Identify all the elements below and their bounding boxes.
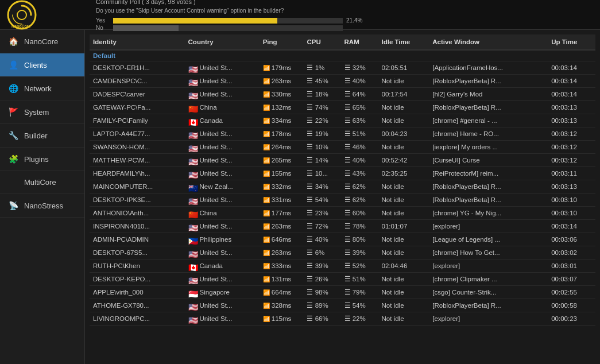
sidebar-item-clients[interactable]: 👤Clients bbox=[0, 53, 84, 77]
cell-ping: 📶 115ms bbox=[260, 312, 304, 326]
table-row[interactable]: DADESPC\carver 🇺🇸United St... 📶 330ms ☰ … bbox=[90, 88, 595, 101]
flag-icon: 🇵🇭 bbox=[188, 237, 198, 243]
cell-ram: ☰ 62% bbox=[341, 180, 378, 193]
flag-icon: 🇨🇳 bbox=[188, 104, 198, 111]
cell-identity: ANTHONIO\Anth... bbox=[90, 207, 185, 220]
flag-icon: 🇺🇸 bbox=[188, 197, 198, 203]
table-row[interactable]: RUTH-PC\Khen 🇨🇦Canada 📶 333ms ☰ 39% ☰ 52… bbox=[90, 260, 595, 273]
cell-cpu: ☰ 66% bbox=[303, 312, 340, 326]
sidebar-item-nanocore[interactable]: 🏠NanoCore bbox=[0, 30, 84, 53]
cell-country: 🇨🇳China bbox=[185, 101, 260, 114]
cell-identity: FAMILY-PC\Family bbox=[90, 114, 185, 127]
table-row[interactable]: GATEWAY-PC\Fa... 🇨🇳China 📶 132ms ☰ 74% ☰… bbox=[90, 101, 595, 114]
cell-idle: Not idle bbox=[378, 273, 429, 286]
cell-country: 🇵🇭Philippines bbox=[185, 233, 260, 246]
table-row[interactable]: HEARDFAMILY\h... 🇺🇸United St... 📶 155ms … bbox=[90, 167, 595, 180]
table-row[interactable]: ADMIN-PC\ADMIN 🇵🇭Philippines 📶 646ms ☰ 4… bbox=[90, 233, 595, 246]
cell-idle: 01:01:07 bbox=[378, 220, 429, 233]
flag-icon: 🇸🇬 bbox=[188, 289, 198, 296]
table-row[interactable]: DESKTOP-ER1H... 🇺🇸United St... 📶 179ms ☰… bbox=[90, 61, 595, 75]
cell-window: [RobloxPlayerBeta] R... bbox=[429, 299, 548, 312]
table-row[interactable]: ATHOME-GX780... 🇺🇸United St... 📶 328ms ☰… bbox=[90, 299, 595, 312]
cell-window: [RobloxPlayerBeta] R... bbox=[429, 101, 548, 114]
cell-uptime: 00:03:13 bbox=[548, 114, 595, 127]
cell-ram: ☰ 32% bbox=[341, 61, 378, 75]
flag-icon: 🇺🇸 bbox=[188, 131, 198, 137]
flag-icon: 🇳🇿 bbox=[188, 184, 198, 190]
cell-country: 🇺🇸United St... bbox=[185, 167, 260, 180]
table-row[interactable]: LAPTOP-A44E77... 🇺🇸United St... 📶 178ms … bbox=[90, 127, 595, 141]
cell-cpu: ☰ 10% bbox=[303, 141, 340, 154]
flag-icon: 🇺🇸 bbox=[188, 144, 198, 150]
sidebar-label-clients: Clients bbox=[24, 61, 47, 69]
sidebar-icon-system: 🚩 bbox=[8, 107, 18, 117]
signal-icon: 📶 bbox=[263, 144, 270, 150]
cell-ram: ☰ 79% bbox=[341, 286, 378, 299]
table-row[interactable]: LIVINGROOMPC... 🇺🇸United St... 📶 115ms ☰… bbox=[90, 312, 595, 326]
table-row[interactable]: SWANSON-HOM... 🇺🇸United St... 📶 264ms ☰ … bbox=[90, 141, 595, 154]
sidebar-item-multicore[interactable]: MultiCore bbox=[0, 171, 84, 194]
signal-icon: 📶 bbox=[263, 197, 270, 203]
cell-idle: Not idle bbox=[378, 299, 429, 312]
table-row[interactable]: MATTHEW-PC\M... 🇺🇸United St... 📶 265ms ☰… bbox=[90, 154, 595, 167]
sidebar-label-nanostress: NanoStress bbox=[24, 202, 63, 210]
cell-country: 🇺🇸United St... bbox=[185, 273, 260, 286]
cell-country: 🇺🇸United St... bbox=[185, 312, 260, 326]
cell-uptime: 00:03:12 bbox=[548, 141, 595, 154]
svg-text:NanoCore: NanoCore bbox=[11, 24, 31, 28]
cell-country: 🇺🇸United St... bbox=[185, 127, 260, 141]
cell-identity: CAMDENSPC\C... bbox=[90, 75, 185, 88]
main-layout: 🏠NanoCore👤Clients🌐Network🚩System🔧Builder… bbox=[0, 30, 600, 364]
signal-icon: 📶 bbox=[263, 157, 270, 164]
table-body: Default DESKTOP-ER1H... 🇺🇸United St... 📶… bbox=[90, 50, 595, 326]
flag-icon: 🇺🇸 bbox=[188, 250, 198, 256]
sidebar-label-multicore: MultiCore bbox=[24, 178, 56, 187]
col-header-uptime: Up Time bbox=[548, 34, 595, 50]
table-row[interactable]: DESKTOP-IPK3E... 🇺🇸United St... 📶 331ms … bbox=[90, 193, 595, 207]
cell-ping: 📶 178ms bbox=[260, 127, 304, 141]
table-row[interactable]: CAMDENSPC\C... 🇺🇸United St... 📶 263ms ☰ … bbox=[90, 75, 595, 88]
sidebar-item-plugins[interactable]: 🧩Plugins bbox=[0, 148, 84, 171]
cell-ping: 📶 179ms bbox=[260, 61, 304, 75]
table-group-default: Default bbox=[90, 50, 595, 61]
table-container[interactable]: Identity Country Ping CPU RAM Idle Time … bbox=[85, 30, 600, 364]
cell-uptime: 00:00:23 bbox=[548, 312, 595, 326]
col-header-window: Active Window bbox=[429, 34, 548, 50]
cell-uptime: 00:03:14 bbox=[548, 75, 595, 88]
table-row[interactable]: MAINCOMPUTER... 🇳🇿New Zeal... 📶 332ms ☰ … bbox=[90, 180, 595, 193]
sidebar-item-network[interactable]: 🌐Network bbox=[0, 77, 84, 100]
cell-ping: 📶 330ms bbox=[260, 88, 304, 101]
table-row[interactable]: APPLE\virth_000 🇸🇬Singapore 📶 664ms ☰ 98… bbox=[90, 286, 595, 299]
cell-idle: Not idle bbox=[378, 233, 429, 246]
signal-icon: 📶 bbox=[263, 91, 270, 98]
cell-country: 🇸🇬Singapore bbox=[185, 286, 260, 299]
table-row[interactable]: ANTHONIO\Anth... 🇨🇳China 📶 177ms ☰ 23% ☰… bbox=[90, 207, 595, 220]
sidebar-icon-plugins: 🧩 bbox=[8, 154, 18, 164]
table-row[interactable]: INSPIRONN4010... 🇺🇸United St... 📶 263ms … bbox=[90, 220, 595, 233]
sidebar-item-system[interactable]: 🚩System bbox=[0, 100, 84, 124]
col-header-country: Country bbox=[185, 34, 260, 50]
cell-identity: MATTHEW-PC\M... bbox=[90, 154, 185, 167]
col-header-ping: Ping bbox=[260, 34, 304, 50]
signal-icon: 📶 bbox=[263, 316, 270, 322]
table-row[interactable]: FAMILY-PC\Family 🇨🇦Canada 📶 334ms ☰ 22% … bbox=[90, 114, 595, 127]
cell-ram: ☰ 64% bbox=[341, 88, 378, 101]
cell-identity: DESKTOP-ER1H... bbox=[90, 61, 185, 75]
top-banner: NanoCore Community Poll ( 3 days, 98 vot… bbox=[0, 0, 600, 30]
cell-cpu: ☰ 98% bbox=[303, 286, 340, 299]
signal-icon: 📶 bbox=[263, 303, 270, 309]
col-header-ram: RAM bbox=[341, 34, 378, 50]
sidebar-item-builder[interactable]: 🔧Builder bbox=[0, 124, 84, 148]
table-row[interactable]: DESKTOP-67S5... 🇺🇸United St... 📶 263ms ☰… bbox=[90, 246, 595, 260]
table-row[interactable]: DESKTOP-KEPO... 🇺🇸United St... 📶 131ms ☰… bbox=[90, 273, 595, 286]
poll-no-bar-bg bbox=[113, 25, 343, 31]
cell-window: [RobloxPlayerBeta] R... bbox=[429, 180, 548, 193]
signal-icon: 📶 bbox=[263, 276, 270, 282]
sidebar-icon-clients: 👤 bbox=[8, 60, 18, 69]
cell-idle: Not idle bbox=[378, 101, 429, 114]
cell-idle: Not idle bbox=[378, 246, 429, 260]
sidebar-item-nanostress[interactable]: 📡NanoStress bbox=[0, 194, 84, 218]
cell-country: 🇺🇸United St... bbox=[185, 88, 260, 101]
flag-icon: 🇨🇦 bbox=[188, 118, 198, 124]
signal-icon: 📶 bbox=[263, 263, 270, 269]
